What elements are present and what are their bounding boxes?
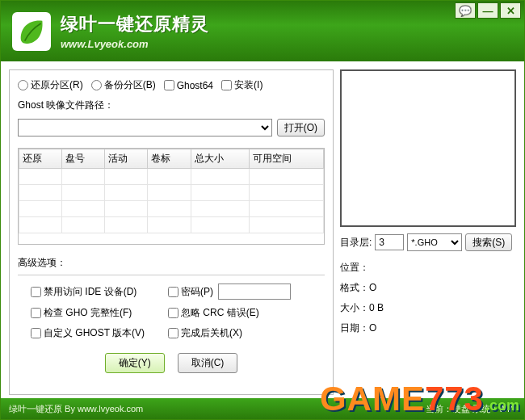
leaf-icon — [15, 15, 48, 48]
close-button[interactable]: ✕ — [500, 2, 521, 19]
dir-level-label: 目录层: — [340, 236, 372, 250]
fmt-value: O — [369, 282, 376, 293]
mode-restore[interactable]: 还原分区(R) — [18, 78, 83, 92]
opt-check-gho[interactable]: 检查 GHO 完整性(F) — [31, 306, 160, 320]
date-value: O — [369, 322, 376, 334]
date-label: 日期： — [340, 322, 369, 334]
col-restore[interactable]: 还原 — [19, 149, 62, 169]
opt-disable-ide[interactable]: 禁用访问 IDE 设备(D) — [31, 285, 160, 299]
password-input[interactable] — [218, 284, 291, 300]
mode-row: 还原分区(R) 备份分区(B) Ghost64 安装(I) — [18, 78, 325, 92]
advanced-label: 高级选项： — [18, 256, 325, 270]
mode-install[interactable]: 安装(I) — [221, 78, 262, 92]
app-window: 绿叶一键还原精灵 www.Lvyeok.com 💬 — ✕ 还原分区(R) 备份… — [0, 0, 525, 420]
content-area: 还原分区(R) 备份分区(B) Ghost64 安装(I) Ghost 映像文件… — [1, 61, 524, 398]
size-value: 0 B — [369, 302, 384, 313]
table-row[interactable] — [19, 185, 324, 201]
right-panel: 目录层: 3 *.GHO 搜索(S) 位置： 格式：O 大小：0 B 日期：O — [340, 69, 516, 395]
table-row[interactable] — [19, 169, 324, 185]
path-label: Ghost 映像文件路径： — [18, 99, 325, 112]
left-panel: 还原分区(R) 备份分区(B) Ghost64 安装(I) Ghost 映像文件… — [9, 69, 334, 395]
table-row[interactable] — [19, 201, 324, 217]
header: 绿叶一键还原精灵 www.Lvyeok.com 💬 — ✕ — [1, 1, 524, 61]
footer-right: 当前：硬盘 系统：WIN — [426, 403, 516, 415]
action-row: 确定(Y) 取消(C) — [18, 353, 325, 373]
ok-button[interactable]: 确定(Y) — [105, 353, 165, 373]
app-title: 绿叶一键还原精灵 — [61, 12, 209, 36]
status-bar: 绿叶一键还原 By www.lvyeok.com 当前：硬盘 系统：WIN — [1, 398, 524, 419]
search-button[interactable]: 搜索(S) — [465, 233, 512, 251]
mode-ghost64[interactable]: Ghost64 — [164, 80, 213, 91]
col-label[interactable]: 卷标 — [148, 149, 191, 169]
col-disk[interactable]: 盘号 — [62, 149, 105, 169]
opt-ignore-crc[interactable]: 忽略 CRC 错误(E) — [168, 306, 320, 320]
table-row[interactable] — [19, 217, 324, 233]
preview-box — [340, 69, 516, 227]
size-label: 大小： — [340, 302, 369, 313]
open-button[interactable]: 打开(O) — [277, 119, 325, 136]
drive-table[interactable]: 还原 盘号 活动 卷标 总大小 可用空间 — [18, 148, 325, 245]
dir-level-spinner[interactable]: 3 — [375, 234, 404, 250]
mode-backup[interactable]: 备份分区(B) — [91, 78, 156, 92]
opt-custom-ghost[interactable]: 自定义 GHOST 版本(V) — [31, 326, 160, 340]
pos-label: 位置： — [340, 262, 369, 273]
fmt-label: 格式： — [340, 282, 369, 293]
col-free[interactable]: 可用空间 — [250, 149, 324, 169]
footer-left: 绿叶一键还原 By www.lvyeok.com — [9, 403, 143, 415]
cancel-button[interactable]: 取消(C) — [178, 353, 238, 373]
opt-password[interactable]: 密码(P) — [168, 285, 213, 299]
col-active[interactable]: 活动 — [105, 149, 148, 169]
filter-combo[interactable]: *.GHO — [407, 233, 462, 251]
app-url: www.Lvyeok.com — [61, 38, 209, 50]
feedback-button[interactable]: 💬 — [455, 2, 476, 19]
app-logo — [12, 12, 51, 51]
col-total[interactable]: 总大小 — [191, 149, 250, 169]
opt-shutdown[interactable]: 完成后关机(X) — [168, 326, 320, 340]
ghost-path-combo[interactable] — [18, 119, 272, 136]
minimize-button[interactable]: — — [477, 2, 498, 19]
advanced-box: 禁用访问 IDE 设备(D) 密码(P) 检查 GHO 完整性(F) 忽略 CR… — [18, 275, 325, 340]
